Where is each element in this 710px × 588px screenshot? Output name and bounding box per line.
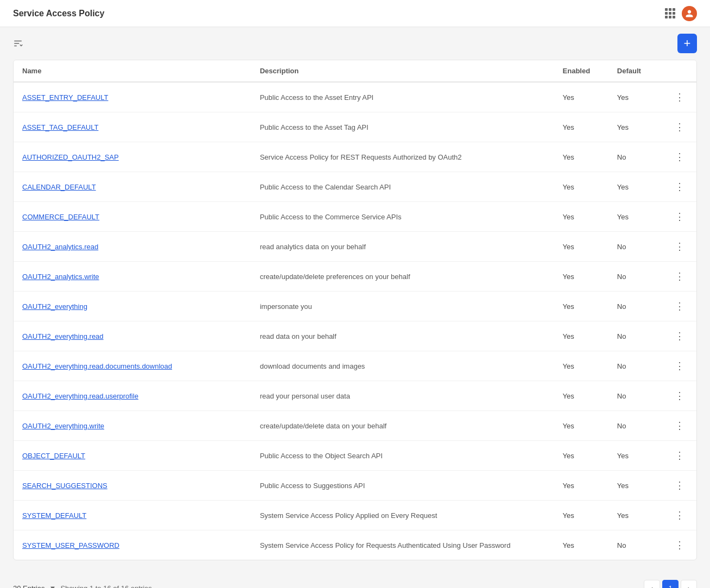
col-header-default: Default: [608, 60, 663, 82]
sort-icon[interactable]: [13, 39, 23, 48]
policy-actions-cell: ⋮: [663, 142, 696, 172]
add-button[interactable]: +: [677, 34, 697, 53]
more-actions-button[interactable]: ⋮: [671, 508, 688, 522]
policy-name-link[interactable]: OAUTH2_everything: [22, 302, 87, 311]
table-row: OAUTH2_everything.writecreate/update/del…: [14, 411, 696, 441]
table-row: ASSET_ENTRY_DEFAULTPublic Access to the …: [14, 82, 696, 112]
policy-enabled: Yes: [554, 262, 608, 292]
policy-actions-cell: ⋮: [663, 172, 696, 202]
table-row: OAUTH2_analytics.readread analytics data…: [14, 232, 696, 262]
policy-description: Public Access to the Calendar Search API: [251, 172, 554, 202]
policy-name-link[interactable]: COMMERCE_DEFAULT: [22, 213, 99, 221]
policy-enabled: Yes: [554, 172, 608, 202]
more-actions-button[interactable]: ⋮: [671, 150, 688, 164]
policy-actions-cell: ⋮: [663, 232, 696, 262]
more-actions-button[interactable]: ⋮: [671, 478, 688, 492]
prev-page-button[interactable]: ‹: [644, 580, 660, 588]
policy-name-link[interactable]: OAUTH2_everything.read: [22, 332, 104, 340]
policy-description: System Service Access Policy for Request…: [251, 530, 554, 560]
col-header-enabled: Enabled: [554, 60, 608, 82]
table-row: OAUTH2_everything.readread data on your …: [14, 321, 696, 351]
table-row: ASSET_TAG_DEFAULTPublic Access to the As…: [14, 112, 696, 142]
policy-name-link[interactable]: OAUTH2_everything.read.userprofile: [22, 392, 138, 400]
table-row: OAUTH2_analytics.writecreate/update/dele…: [14, 262, 696, 292]
policy-name-link[interactable]: SYSTEM_DEFAULT: [22, 511, 86, 520]
policy-default: No: [608, 321, 663, 351]
policy-default: No: [608, 262, 663, 292]
policy-name-link[interactable]: OAUTH2_analytics.write: [22, 273, 99, 281]
policy-enabled: Yes: [554, 112, 608, 142]
policy-description: Public Access to the Asset Entry API: [251, 82, 554, 112]
entries-count: 20 Entries: [13, 584, 45, 589]
more-actions-button[interactable]: ⋮: [671, 299, 688, 313]
policy-description: read your personal user data: [251, 381, 554, 411]
policy-default: Yes: [608, 441, 663, 471]
policy-default: No: [608, 142, 663, 172]
more-actions-button[interactable]: ⋮: [671, 269, 688, 283]
more-actions-button[interactable]: ⋮: [671, 538, 688, 552]
policy-actions-cell: ⋮: [663, 112, 696, 142]
policy-name-link[interactable]: SEARCH_SUGGESTIONS: [22, 482, 107, 490]
policy-enabled: Yes: [554, 441, 608, 471]
policy-description: System Service Access Policy Applied on …: [251, 501, 554, 530]
more-actions-button[interactable]: ⋮: [671, 419, 688, 433]
footer-left: 20 Entries ▼ Showing 1 to 16 of 16 entri…: [13, 584, 154, 589]
pagination: ‹ 1 ›: [644, 580, 697, 588]
policy-description: Service Access Policy for REST Requests …: [251, 142, 554, 172]
more-actions-button[interactable]: ⋮: [671, 180, 688, 194]
policy-enabled: Yes: [554, 142, 608, 172]
policy-enabled: Yes: [554, 530, 608, 560]
page-title: Service Access Policy: [13, 9, 104, 18]
more-actions-button[interactable]: ⋮: [671, 239, 688, 254]
more-actions-button[interactable]: ⋮: [671, 90, 688, 104]
policy-description: Public Access to the Asset Tag API: [251, 112, 554, 142]
entries-dropdown-icon[interactable]: ▼: [49, 584, 56, 589]
policy-enabled: Yes: [554, 202, 608, 232]
policy-description: create/update/delete preferences on your…: [251, 262, 554, 292]
table-row: CALENDAR_DEFAULTPublic Access to the Cal…: [14, 172, 696, 202]
policy-default: Yes: [608, 501, 663, 530]
more-actions-button[interactable]: ⋮: [671, 120, 688, 134]
policy-enabled: Yes: [554, 471, 608, 501]
policy-name-link[interactable]: OAUTH2_analytics.read: [22, 243, 98, 251]
policy-enabled: Yes: [554, 232, 608, 262]
next-page-button[interactable]: ›: [681, 580, 697, 588]
policy-enabled: Yes: [554, 411, 608, 441]
policy-name-link[interactable]: SYSTEM_USER_PASSWORD: [22, 541, 119, 549]
policy-description: read analytics data on your behalf: [251, 232, 554, 262]
policy-enabled: Yes: [554, 351, 608, 381]
policy-name-link[interactable]: ASSET_TAG_DEFAULT: [22, 123, 98, 131]
policy-actions-cell: ⋮: [663, 411, 696, 441]
policy-default: Yes: [608, 112, 663, 142]
more-actions-button[interactable]: ⋮: [671, 448, 688, 463]
more-actions-button[interactable]: ⋮: [671, 210, 688, 224]
policy-name-link[interactable]: OBJECT_DEFAULT: [22, 452, 85, 460]
policy-name-link[interactable]: OAUTH2_everything.read.documents.downloa…: [22, 362, 172, 370]
policy-name-link[interactable]: AUTHORIZED_OAUTH2_SAP: [22, 153, 119, 161]
policy-description: download documents and images: [251, 351, 554, 381]
page-1-button[interactable]: 1: [662, 580, 679, 588]
policy-name-link[interactable]: CALENDAR_DEFAULT: [22, 183, 96, 191]
table-row: COMMERCE_DEFAULTPublic Access to the Com…: [14, 202, 696, 232]
more-actions-button[interactable]: ⋮: [671, 359, 688, 373]
policy-name-link[interactable]: ASSET_ENTRY_DEFAULT: [22, 93, 108, 102]
more-actions-button[interactable]: ⋮: [671, 329, 688, 343]
policy-enabled: Yes: [554, 381, 608, 411]
policy-actions-cell: ⋮: [663, 381, 696, 411]
more-actions-button[interactable]: ⋮: [671, 389, 688, 403]
toolbar: +: [0, 27, 710, 60]
grid-icon[interactable]: [665, 8, 675, 18]
policy-default: No: [608, 411, 663, 441]
col-header-name: Name: [14, 60, 251, 82]
user-avatar[interactable]: [682, 6, 697, 21]
showing-label: Showing 1 to 16 of 16 entries.: [60, 584, 154, 589]
footer: 20 Entries ▼ Showing 1 to 16 of 16 entri…: [13, 573, 697, 588]
policy-default: No: [608, 232, 663, 262]
policy-enabled: Yes: [554, 292, 608, 321]
policy-enabled: Yes: [554, 321, 608, 351]
col-header-description: Description: [251, 60, 554, 82]
table-row: SYSTEM_USER_PASSWORDSystem Service Acces…: [14, 530, 696, 560]
policy-name-link[interactable]: OAUTH2_everything.write: [22, 422, 104, 430]
table-row: OAUTH2_everything.read.documents.downloa…: [14, 351, 696, 381]
policy-description: Public Access to the Commerce Service AP…: [251, 202, 554, 232]
